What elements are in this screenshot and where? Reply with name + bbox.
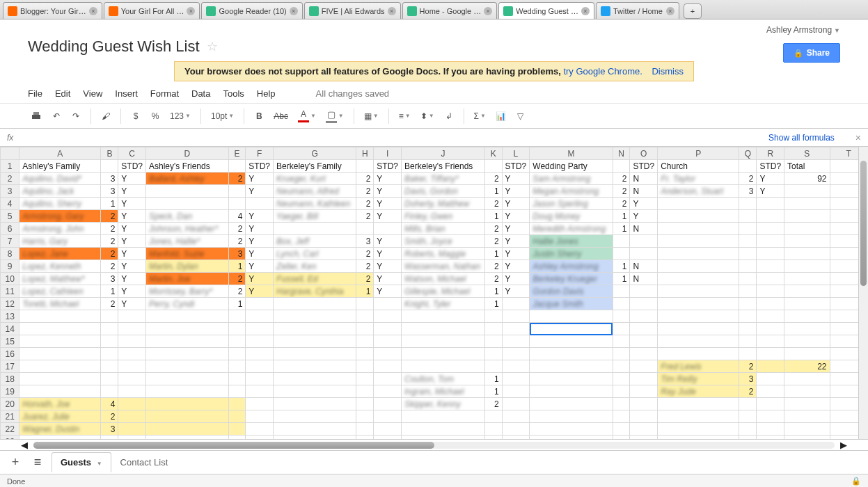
menu-file[interactable]: File [28,88,42,99]
cell[interactable] [784,373,830,385]
cell[interactable]: 92 [784,173,830,185]
cell[interactable]: Y [118,260,146,273]
cell[interactable] [630,235,658,248]
cell[interactable] [118,436,146,440]
cell[interactable] [274,323,356,335]
cell[interactable] [374,398,402,410]
warning-link[interactable]: try Google Chrome. [563,66,642,77]
cell[interactable] [502,423,530,436]
cell[interactable]: Y [502,210,530,223]
menu-help[interactable]: Help [257,88,276,99]
tab-close-icon[interactable]: × [89,7,97,15]
cell[interactable]: 2 [484,235,502,248]
cell[interactable] [630,410,658,423]
cell[interactable]: 1 [613,260,630,273]
cell[interactable] [658,323,739,335]
cell[interactable] [228,185,246,198]
cell[interactable] [356,373,374,385]
cell[interactable]: Y [246,273,274,285]
cell[interactable]: Ray Jude [658,385,739,398]
cell[interactable]: 4 [101,398,118,410]
cell[interactable] [757,273,784,285]
cell[interactable]: 1 [484,298,502,310]
cell[interactable]: Ashley Armstrong [530,260,613,273]
cell[interactable] [739,273,757,285]
row-header[interactable]: 21 [1,410,19,423]
cell[interactable]: 4 [228,210,246,223]
chart-button[interactable]: 📊 [493,108,509,125]
cell[interactable]: Y [374,173,402,185]
cell[interactable]: Y [374,198,402,210]
cell[interactable] [19,373,101,385]
cell[interactable] [502,373,530,385]
cell[interactable] [402,410,485,423]
cell[interactable] [739,235,757,248]
row-header[interactable]: 5 [1,210,19,223]
column-header[interactable]: I [374,147,402,160]
cell[interactable] [630,248,658,260]
cell[interactable]: Berkeley Krueger [530,273,613,285]
cell[interactable] [739,398,757,410]
column-header[interactable]: H [356,147,374,160]
cell[interactable] [146,335,229,348]
cell[interactable]: 3 [739,185,757,198]
cell[interactable] [630,373,658,385]
font-size-selector[interactable]: 10pt▼ [208,108,237,125]
cell[interactable] [613,410,630,423]
cell[interactable]: 1 [484,248,502,260]
cell[interactable] [228,348,246,360]
cell[interactable] [613,235,630,248]
text-color-button[interactable]: A▼ [295,108,319,125]
cell[interactable] [739,285,757,298]
cell[interactable]: Martin, Dylan [146,260,229,273]
cell[interactable]: 1 [613,223,630,235]
cell[interactable] [613,385,630,398]
cell[interactable]: 2 [228,173,246,185]
cell[interactable]: N [630,273,658,285]
cell[interactable] [356,398,374,410]
cell[interactable]: Wasserman, Nathan [402,260,485,273]
cell[interactable]: Y [757,173,784,185]
header-cell[interactable] [613,160,630,173]
cell[interactable] [757,335,784,348]
cell[interactable]: 2 [613,198,630,210]
cell[interactable]: 3 [101,173,118,185]
cell[interactable] [784,198,830,210]
row-header[interactable]: 22 [1,423,19,436]
cell[interactable] [118,398,146,410]
cell[interactable]: Sam Armstrong [530,173,613,185]
cell[interactable] [374,423,402,436]
cell[interactable]: Y [502,173,530,185]
cell[interactable] [246,198,274,210]
user-menu[interactable]: Ashley Armstrong▼ [766,25,840,35]
cell[interactable]: Harris, Gary [19,235,101,248]
strikethrough-button[interactable]: Abc [271,108,291,125]
cell[interactable]: Y [502,223,530,235]
cell[interactable] [658,298,739,310]
cell[interactable] [19,385,101,398]
row-header[interactable]: 20 [1,398,19,410]
cell[interactable] [502,360,530,373]
browser-tab[interactable]: Your Girl For All …× [104,2,200,19]
cell[interactable]: 1 [484,373,502,385]
cell[interactable]: Lopez, Cathleen [19,285,101,298]
cell[interactable] [356,348,374,360]
cell[interactable] [118,335,146,348]
cell[interactable] [658,436,739,440]
document-title[interactable]: Wedding Guest Wish List [28,38,200,56]
header-cell[interactable]: STD? [502,160,530,173]
column-header[interactable]: K [484,147,502,160]
browser-tab[interactable]: FIVE | Ali Edwards× [304,2,401,19]
cell[interactable] [118,410,146,423]
cell[interactable]: 2 [101,298,118,310]
cell[interactable] [484,348,502,360]
cell[interactable] [658,210,739,223]
cell[interactable] [274,385,356,398]
cell[interactable] [146,423,229,436]
cell[interactable] [484,323,502,335]
cell[interactable] [784,260,830,273]
cell[interactable] [784,423,830,436]
cell[interactable]: 2 [739,360,757,373]
cell[interactable] [757,360,784,373]
cell[interactable] [757,310,784,323]
